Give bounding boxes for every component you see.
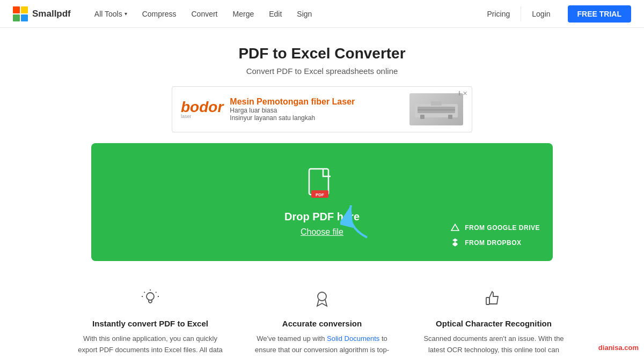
nav-compress[interactable]: Compress	[136, 6, 183, 21]
ad-info-icon: ℹ	[458, 90, 460, 97]
feature-title-3: Optical Character Recognition	[421, 319, 567, 328]
dropbox-button[interactable]: FROM DROPBOX	[450, 237, 540, 248]
ad-image	[409, 93, 463, 125]
nav-edit[interactable]: Edit	[262, 6, 288, 21]
feature-text-3: Scanned documents aren't an issue. With …	[421, 333, 567, 357]
ad-banner: ℹ ✕ bodor laser Mesin Pemotongan fiber L…	[172, 86, 472, 132]
header-right: Pricing Login FREE TRIAL	[476, 5, 631, 23]
award-icon	[249, 289, 395, 313]
svg-line-12	[156, 292, 156, 293]
logo-text: Smallpdf	[32, 9, 71, 19]
drop-center: PDF Drop PDF here Choose file	[284, 168, 360, 237]
laser-machine-image	[412, 96, 460, 123]
free-trial-button[interactable]: FREE TRIAL	[568, 5, 631, 23]
drop-text: Drop PDF here	[284, 211, 360, 223]
logo-icon	[13, 6, 28, 21]
svg-line-14	[144, 292, 145, 293]
feature-text-2: We've teamed up with Solid Documents to …	[249, 333, 395, 357]
svg-rect-3	[448, 115, 452, 119]
login-button[interactable]: Login	[521, 6, 561, 21]
watermark-text2: isa	[613, 344, 623, 352]
ad-close-icon[interactable]: ✕	[463, 90, 467, 97]
logo[interactable]: Smallpdf	[13, 6, 71, 21]
nav-all-tools[interactable]: All Tools ▾	[88, 6, 134, 21]
feature-ocr: Optical Character Recognition Scanned do…	[408, 289, 580, 357]
chevron-down-icon: ▾	[125, 11, 127, 17]
solid-documents-link[interactable]: Solid Documents	[327, 334, 379, 343]
svg-rect-2	[420, 115, 425, 119]
ad-headline: Mesin Pemotongan fiber Laser	[230, 97, 403, 107]
feature-accurate-conversion: Accurate conversion We've teamed up with…	[236, 289, 408, 357]
pdf-file-icon: PDF	[307, 168, 337, 202]
svg-rect-17	[486, 298, 489, 304]
svg-point-16	[318, 292, 326, 301]
google-drive-button[interactable]: FROM GOOGLE DRIVE	[450, 222, 540, 233]
ad-sub1: Harga luar biasa	[230, 107, 403, 114]
main-content: PDF to Excel Converter Convert PDF to Ex…	[0, 28, 644, 357]
main-nav: All Tools ▾ Compress Convert Merge Edit …	[88, 6, 477, 21]
svg-text:PDF: PDF	[316, 192, 324, 197]
ad-logo-text: bodor	[181, 100, 223, 115]
feature-instantly-convert: Instantly convert PDF to Excel With this…	[64, 289, 236, 357]
thumbsup-icon	[421, 289, 567, 313]
features-section: Instantly convert PDF to Excel With this…	[13, 278, 631, 357]
feature-title-2: Accurate conversion	[249, 319, 395, 328]
nav-merge[interactable]: Merge	[226, 6, 261, 21]
ad-sub2: Insinyur layanan satu langkah	[230, 114, 403, 122]
header: Smallpdf All Tools ▾ Compress Convert Me…	[0, 0, 644, 28]
page-title: PDF to Excel Converter	[13, 45, 631, 62]
dropbox-icon	[450, 237, 460, 248]
drop-zone[interactable]: PDF Drop PDF here Choose file	[91, 143, 553, 261]
google-drive-icon	[450, 222, 460, 233]
ad-logo-area: bodor laser	[181, 100, 223, 119]
ad-controls[interactable]: ℹ ✕	[458, 90, 467, 97]
nav-convert[interactable]: Convert	[185, 6, 224, 21]
svg-point-10	[147, 293, 154, 300]
ad-content: Mesin Pemotongan fiber Laser Harga luar …	[230, 97, 403, 122]
page-subtitle: Convert PDF to Excel spreadsheets online	[13, 66, 631, 76]
lightbulb-icon	[77, 289, 223, 313]
watermark-text1: dian	[598, 344, 613, 352]
pricing-link[interactable]: Pricing	[476, 6, 521, 21]
svg-rect-4	[431, 101, 442, 106]
watermark: dianisa.com	[598, 344, 639, 352]
nav-sign[interactable]: Sign	[290, 6, 318, 21]
pdf-icon: PDF	[307, 168, 337, 202]
watermark-text3: .com	[623, 344, 639, 352]
cloud-options: FROM GOOGLE DRIVE FROM DROPBOX	[450, 222, 540, 248]
feature-text-1: With this online application, you can qu…	[77, 333, 223, 357]
feature-title-1: Instantly convert PDF to Excel	[77, 319, 223, 328]
choose-file-link[interactable]: Choose file	[301, 227, 343, 236]
